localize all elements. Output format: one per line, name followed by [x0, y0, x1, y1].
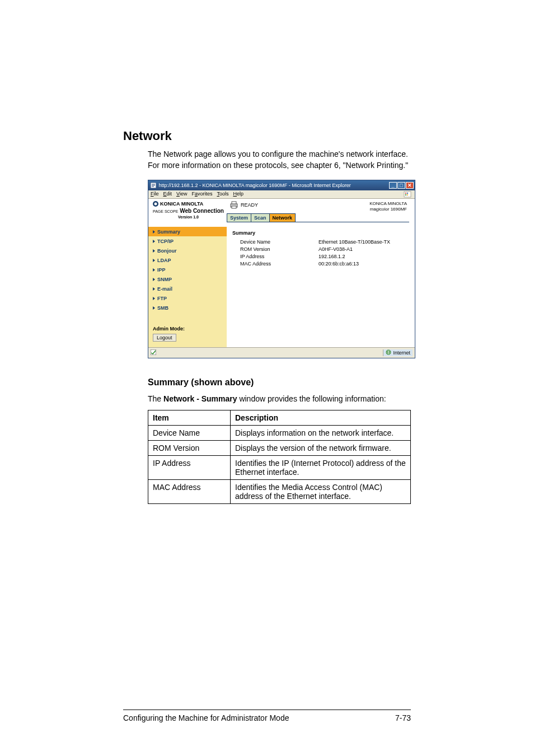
product-logo: PAGE SCOPE Web Connection — [153, 208, 224, 214]
sidebar-item-email[interactable]: E-mail — [148, 284, 227, 293]
triangle-icon — [153, 230, 155, 234]
table-cell-item: ROM Version — [148, 441, 231, 456]
section-heading: Network — [123, 129, 411, 143]
summary-subheading: Summary (shown above) — [148, 377, 411, 388]
table-cell-item: MAC Address — [148, 480, 231, 504]
internet-zone-icon — [386, 349, 391, 356]
content-title: Summary — [232, 230, 409, 236]
admin-mode-label: Admin Mode: — [153, 326, 224, 332]
sidebar-item-ldap[interactable]: LDAP — [148, 255, 227, 265]
menu-edit[interactable]: Edit — [163, 191, 172, 198]
triangle-icon — [153, 278, 155, 281]
triangle-icon — [153, 240, 155, 243]
status-internet-text: Internet — [393, 350, 410, 356]
table-cell-item: Device Name — [148, 426, 231, 441]
browser-window: http://192.168.1.2 - KONICA MINOLTA magi… — [148, 180, 415, 358]
triangle-icon — [153, 287, 155, 291]
sidebar-item-tcpip[interactable]: TCP/IP — [148, 236, 227, 246]
content-pane: Summary Device NameEthernet 10Base-T/100… — [227, 227, 415, 347]
logout-button[interactable]: Logout — [153, 334, 176, 342]
title-bar-text: http://192.168.1.2 - KONICA MINOLTA magi… — [149, 183, 389, 188]
page-header: KONICA MINOLTA PAGE SCOPE Web Connection… — [148, 199, 415, 227]
table-header-item: Item — [148, 410, 231, 426]
footer-pagenum: 7-73 — [395, 713, 411, 722]
table-cell-desc: Identifies the Media Access Control (MAC… — [231, 480, 411, 504]
label-mac-address: MAC Address — [232, 261, 318, 267]
status-bar: Internet — [148, 347, 415, 358]
svg-point-7 — [154, 203, 157, 206]
triangle-icon — [153, 249, 155, 253]
table-cell-desc: Identifies the IP (Internet Protocol) ad… — [231, 456, 411, 480]
summary-description: The Network - Summary window provides th… — [148, 394, 411, 403]
label-ip-address: IP Address — [232, 254, 318, 259]
sidebar: Summary TCP/IP Bonjour LDAP IPP SNMP E-m… — [148, 227, 227, 347]
sidebar-item-ipp[interactable]: IPP — [148, 265, 227, 274]
triangle-icon — [153, 306, 155, 310]
value-rom-version: A0HF-V038-A1 — [318, 246, 409, 252]
done-icon — [151, 349, 156, 356]
svg-rect-3 — [407, 193, 408, 194]
value-ip-address: 192.168.1.2 — [318, 254, 409, 259]
menu-view[interactable]: View — [176, 191, 187, 198]
sidebar-item-smb[interactable]: SMB — [148, 303, 227, 312]
triangle-icon — [153, 259, 155, 262]
info-table: Item Description Device Name Displays in… — [148, 410, 411, 504]
maximize-button[interactable]: □ — [397, 182, 405, 189]
sidebar-item-ftp[interactable]: FTP — [148, 293, 227, 303]
version-text: Version 1.0 — [153, 215, 224, 219]
svg-rect-10 — [232, 206, 236, 208]
table-row: IP Address Identifies the IP (Internet P… — [148, 456, 411, 480]
table-cell-desc: Displays the version of the network firm… — [231, 441, 411, 456]
sidebar-item-snmp[interactable]: SNMP — [148, 274, 227, 284]
svg-rect-9 — [232, 202, 236, 204]
printer-icon — [229, 201, 238, 209]
table-row: ROM Version Displays the version of the … — [148, 441, 411, 456]
label-rom-version: ROM Version — [232, 246, 318, 252]
close-button[interactable]: ✕ — [406, 182, 414, 189]
tab-network[interactable]: Network — [269, 213, 296, 222]
status-ready: READY — [229, 201, 258, 209]
footer-text: Configuring the Machine for Administrato… — [123, 713, 289, 722]
minimize-button[interactable]: _ — [389, 182, 397, 189]
value-mac-address: 00:20:6b:cb:a6:13 — [318, 261, 409, 267]
sidebar-item-bonjour[interactable]: Bonjour — [148, 246, 227, 255]
footer-rule — [123, 710, 411, 710]
menu-help[interactable]: Help — [233, 191, 243, 198]
sidebar-item-summary[interactable]: Summary — [148, 227, 227, 236]
svg-rect-2 — [405, 193, 406, 194]
ie-page-icon — [151, 183, 156, 188]
tab-scan[interactable]: Scan — [251, 213, 270, 222]
svg-rect-4 — [405, 194, 406, 195]
value-device-name: Ethernet 10Base-T/100Base-TX — [318, 239, 409, 245]
ie-flag-icon — [402, 191, 413, 198]
table-row: Device Name Displays information on the … — [148, 426, 411, 441]
table-cell-item: IP Address — [148, 456, 231, 480]
label-device-name: Device Name — [232, 239, 318, 245]
svg-rect-5 — [407, 194, 408, 195]
svg-rect-11 — [151, 349, 156, 355]
title-bar: http://192.168.1.2 - KONICA MINOLTA magi… — [148, 180, 415, 190]
tab-system[interactable]: System — [227, 213, 251, 222]
table-header-description: Description — [231, 410, 411, 426]
device-label: KONICA MINOLTA magicolor 1690MF — [369, 201, 407, 212]
menu-tools[interactable]: Tools — [217, 191, 228, 198]
table-row: MAC Address Identifies the Media Access … — [148, 480, 411, 504]
table-cell-desc: Displays information on the network inte… — [231, 426, 411, 441]
triangle-icon — [153, 268, 155, 272]
tab-row: System Scan Network — [227, 213, 409, 222]
brand-mark-icon — [153, 201, 158, 207]
intro-paragraph: The Network page allows you to configure… — [148, 149, 411, 171]
brand-logo: KONICA MINOLTA — [153, 201, 224, 207]
menu-favorites[interactable]: Favorites — [191, 191, 212, 198]
triangle-icon — [153, 297, 155, 300]
menu-file[interactable]: File — [151, 191, 159, 198]
menu-bar: File Edit View Favorites Tools Help — [148, 190, 415, 199]
